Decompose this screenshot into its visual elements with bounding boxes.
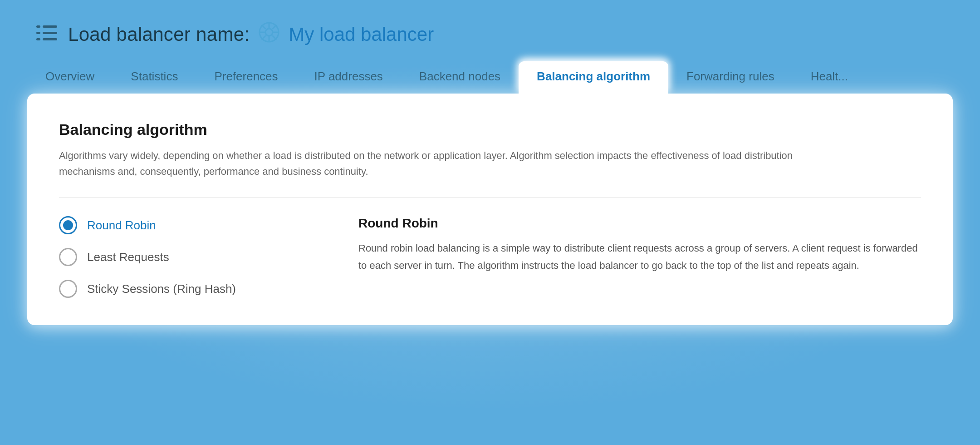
main-content: Balancing algorithm Algorithms vary wide… [27,94,953,325]
desc-text: Round robin load balancing is a simple w… [358,240,921,274]
radio-sticky-sessions[interactable] [59,280,77,298]
list-icon [36,24,59,45]
lb-icon [259,22,279,47]
tab-health[interactable]: Healt... [793,61,866,94]
option-round-robin[interactable]: Round Robin [59,216,304,234]
divider [59,198,921,198]
svg-rect-4 [36,32,40,34]
radio-least-requests[interactable] [59,248,77,266]
description-panel: Round Robin Round robin load balancing i… [331,216,921,298]
option-label-sticky-sessions: Sticky Sessions (Ring Hash) [87,282,236,296]
svg-line-13 [273,35,277,40]
options-container: Round Robin Least Requests Sticky Sessio… [59,216,921,298]
option-label-least-requests: Least Requests [87,250,169,264]
svg-rect-2 [43,38,57,40]
radio-inner-round-robin [63,220,73,230]
tab-preferences[interactable]: Preferences [196,61,296,94]
svg-rect-5 [36,38,40,40]
desc-title: Round Robin [358,216,921,231]
svg-line-15 [262,35,266,40]
page-title-label: Load balancer name: [68,24,250,45]
svg-rect-1 [43,32,57,34]
option-least-requests[interactable]: Least Requests [59,248,304,266]
svg-rect-0 [43,25,57,28]
tab-statistics[interactable]: Statistics [113,61,196,94]
tab-forwarding-rules[interactable]: Forwarding rules [668,61,793,94]
options-list: Round Robin Least Requests Sticky Sessio… [59,216,331,298]
tab-overview[interactable]: Overview [27,61,113,94]
option-label-round-robin: Round Robin [87,218,156,232]
svg-rect-3 [36,25,40,28]
header: Load balancer name: My load balancer [0,0,980,61]
lb-name: My load balancer [289,24,434,45]
nav-tabs: Overview Statistics Preferences IP addre… [0,61,980,94]
option-sticky-sessions[interactable]: Sticky Sessions (Ring Hash) [59,280,304,298]
section-description: Algorithms vary widely, depending on whe… [59,148,830,179]
tab-backend-nodes[interactable]: Backend nodes [401,61,519,94]
section-title: Balancing algorithm [59,121,921,138]
svg-line-14 [273,25,277,29]
tab-ip-addresses[interactable]: IP addresses [296,61,401,94]
tab-balancing-algorithm[interactable]: Balancing algorithm [519,61,668,94]
svg-point-7 [265,29,273,36]
svg-line-12 [262,25,266,29]
radio-round-robin[interactable] [59,216,77,234]
